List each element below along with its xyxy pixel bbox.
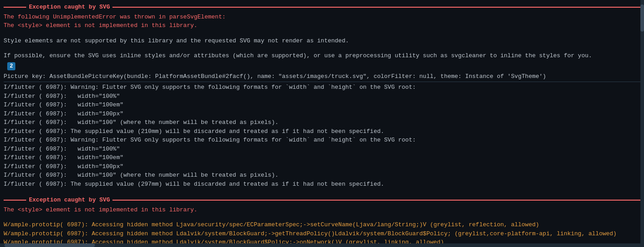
flutter-line-9: I/flutter ( 6987): width="100px"	[0, 162, 644, 171]
picture-key-line: Picture key: AssetBundlePictureKey(bundl…	[0, 72, 644, 81]
style-warning-line: Style elements are not supported by this…	[0, 37, 644, 46]
flutter-line-3: I/flutter ( 6987): width="100px"	[0, 110, 644, 119]
header-line-right	[112, 7, 640, 8]
badge-number: 2	[7, 62, 15, 70]
flutter-line-2: I/flutter ( 6987): width="100em"	[0, 101, 644, 110]
exception-title-1: Exception caught by SVG	[26, 3, 112, 12]
console-output: Exception caught by SVG The following Un…	[0, 0, 644, 247]
horizontal-scrollbar-thumb[interactable]	[5, 243, 95, 247]
flutter-line-4: I/flutter ( 6987): width="100" (where th…	[0, 118, 644, 127]
flutter-line-11: I/flutter ( 6987): The supplied value (2…	[0, 180, 644, 189]
header-line-left	[4, 7, 26, 8]
flutter-line-5: I/flutter ( 6987): The supplied value (2…	[0, 127, 644, 136]
separator-1	[4, 82, 640, 82]
header-line-left-2	[4, 200, 26, 201]
vertical-scrollbar[interactable]	[640, 0, 644, 247]
spacer-4	[0, 214, 644, 220]
exception2-line-1: The <style> element is not implemented i…	[0, 206, 644, 215]
scrollbar-thumb[interactable]	[640, 5, 644, 32]
spacer-2	[0, 45, 644, 51]
exception-header-1: Exception caught by SVG	[0, 2, 644, 13]
spacer-3	[0, 188, 644, 195]
exception-title-2: Exception caught by SVG	[26, 196, 112, 205]
exception-header-2: Exception caught by SVG	[0, 195, 644, 206]
flutter-line-8: I/flutter ( 6987): width="100em"	[0, 153, 644, 162]
warning-line-1: W/ample.prototip( 6987): Accessing hidde…	[0, 229, 644, 238]
spacer-1	[0, 30, 644, 37]
header-line-right-2	[112, 200, 640, 201]
flutter-line-0: I/flutter ( 6987): Warning: Flutter SVG …	[0, 83, 644, 92]
horizontal-scrollbar[interactable]	[0, 243, 640, 247]
warning-line-0: W/ample.prototip( 6987): Accessing hidde…	[0, 220, 644, 229]
flutter-line-10: I/flutter ( 6987): width="100" (where th…	[0, 171, 644, 180]
exception-line-2: The <style> element is not implemented i…	[0, 21, 644, 30]
flutter-line-7: I/flutter ( 6987): width="100%"	[0, 145, 644, 154]
exception-line-1: The following UnimplementedError was thr…	[0, 13, 644, 22]
flutter-line-6: I/flutter ( 6987): Warning: Flutter SVG …	[0, 136, 644, 145]
flutter-line-1: I/flutter ( 6987): width="100%"	[0, 92, 644, 101]
badge-container: 2	[0, 60, 644, 72]
inline-suggestion-line: If possible, ensure the SVG uses inline …	[0, 51, 644, 60]
